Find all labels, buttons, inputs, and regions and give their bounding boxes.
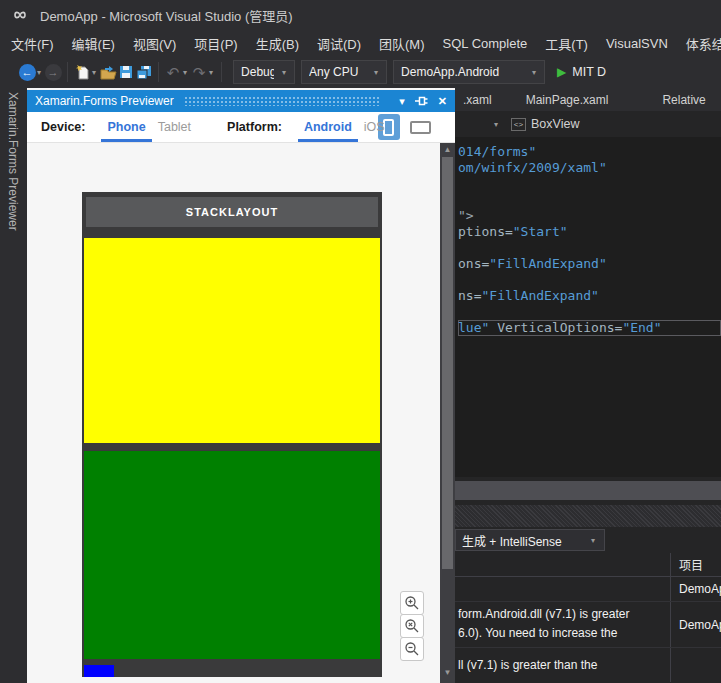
play-icon: ▶ bbox=[557, 65, 566, 79]
main-area: Xamarin.Forms Previewer Xamarin.Forms Pr… bbox=[0, 88, 721, 683]
window-title: DemoApp - Microsoft Visual Studio (管理员) bbox=[40, 6, 293, 25]
phone-bottom-area bbox=[84, 659, 380, 677]
close-icon[interactable]: ✕ bbox=[438, 95, 447, 108]
menu-bar: 文件(F) 编辑(E) 视图(V) 项目(P) 生成(B) 调试(D) 团队(M… bbox=[0, 30, 721, 56]
platform-option-android[interactable]: Android bbox=[298, 112, 358, 142]
save-floppy-icon bbox=[119, 65, 133, 79]
error-row[interactable]: ll (v7.1) is greater than the bbox=[455, 648, 721, 682]
menu-file[interactable]: 文件(F) bbox=[2, 30, 63, 57]
left-dock-strip: Xamarin.Forms Previewer bbox=[0, 88, 27, 683]
title-bar: DemoApp - Microsoft Visual Studio (管理员) bbox=[0, 0, 721, 30]
platform-label: Platform: bbox=[227, 120, 282, 134]
code-line bbox=[458, 192, 721, 208]
open-folder-icon bbox=[100, 65, 117, 80]
scrollbar-thumb[interactable] bbox=[442, 157, 453, 569]
code-line: ptions="Start" bbox=[458, 224, 721, 240]
chevron-down-icon: ▾ bbox=[532, 68, 536, 77]
element-tag-icon: <> bbox=[511, 118, 526, 131]
startup-project-dropdown[interactable]: DemoApp.Android ▾ bbox=[393, 60, 545, 84]
new-file-dropdown-caret-icon[interactable]: ▾ bbox=[92, 68, 96, 77]
menu-team[interactable]: 团队(M) bbox=[370, 30, 434, 57]
navigate-back-button[interactable]: ← bbox=[18, 60, 36, 84]
type-dropdown[interactable]: ▾ bbox=[455, 120, 501, 129]
standard-toolbar: ← ▾ → ▾ bbox=[0, 56, 721, 88]
menu-tools[interactable]: 工具(T) bbox=[536, 30, 597, 57]
preview-canvas: STACKLAYOUT bbox=[27, 143, 440, 683]
boxview-gap bbox=[84, 443, 380, 451]
zoom-out-button[interactable] bbox=[400, 637, 424, 661]
chevron-down-icon: ▾ bbox=[494, 120, 498, 129]
zoom-out-icon bbox=[404, 641, 420, 657]
pin-icon[interactable] bbox=[415, 95, 428, 107]
error-filter-dropdown[interactable]: 生成 + IntelliSense ▾ bbox=[455, 529, 605, 551]
device-option-tablet[interactable]: Tablet bbox=[152, 112, 197, 142]
undo-button[interactable]: ↶ bbox=[164, 60, 182, 84]
phone-preview: STACKLAYOUT bbox=[82, 192, 382, 677]
error-row[interactable]: form.Android.dll (v7.1) is greater6.0). … bbox=[455, 602, 721, 648]
phone-status-area: STACKLAYOUT bbox=[84, 192, 380, 238]
device-label: Device: bbox=[41, 120, 85, 134]
menu-debug[interactable]: 调试(D) bbox=[308, 30, 370, 57]
project-column-header: 项目 bbox=[670, 553, 721, 576]
open-file-button[interactable] bbox=[99, 60, 117, 84]
menu-edit[interactable]: 编辑(E) bbox=[63, 30, 124, 57]
redo-dropdown-caret-icon[interactable]: ▾ bbox=[209, 68, 213, 77]
platform-option-ios[interactable]: iOS bbox=[358, 112, 391, 142]
chevron-down-icon: ▾ bbox=[591, 536, 595, 545]
menu-visualsvn[interactable]: VisualSVN bbox=[597, 32, 677, 55]
blue-boxview bbox=[84, 665, 114, 677]
previewer-title: Xamarin.Forms Previewer bbox=[35, 94, 174, 108]
error-list-header-row[interactable]: 项目 bbox=[455, 553, 721, 577]
zoom-fit-button[interactable] bbox=[400, 614, 424, 638]
previewer-dock-tab[interactable]: Xamarin.Forms Previewer bbox=[6, 88, 20, 231]
member-dropdown[interactable]: BoxView bbox=[531, 117, 579, 131]
description-column-header bbox=[455, 553, 670, 576]
navigate-forward-button[interactable]: → bbox=[44, 60, 62, 84]
tab-relative[interactable]: Relative bbox=[656, 89, 711, 111]
menu-project[interactable]: 项目(P) bbox=[185, 30, 246, 57]
scroll-up-arrow-icon[interactable]: ▲ bbox=[440, 145, 455, 154]
document-tab-strip: .xaml MainPage.xaml Relative bbox=[455, 88, 721, 111]
redo-icon: ↷ bbox=[193, 65, 206, 80]
scrollbar-thumb[interactable] bbox=[455, 481, 721, 500]
code-line: ns="FillAndExpand" bbox=[458, 288, 721, 304]
forward-arrow-icon: → bbox=[45, 64, 62, 81]
code-line bbox=[458, 272, 721, 288]
redo-button[interactable]: ↷ bbox=[190, 60, 208, 84]
zoom-in-icon bbox=[404, 595, 420, 611]
menu-architecture[interactable]: 体系结构 bbox=[677, 30, 721, 57]
orientation-landscape-button[interactable] bbox=[410, 121, 431, 134]
toolbar-separator bbox=[158, 62, 159, 82]
back-dropdown-caret-icon[interactable]: ▾ bbox=[37, 68, 41, 77]
menu-build[interactable]: 生成(B) bbox=[247, 30, 308, 57]
editor-navigation-bar: ▾ <> BoxView bbox=[455, 111, 721, 137]
save-button[interactable] bbox=[117, 60, 135, 84]
zoom-fit-icon bbox=[404, 618, 420, 634]
window-position-chevron-icon[interactable]: ▾ bbox=[399, 95, 405, 108]
start-debug-button[interactable]: ▶ MIT D bbox=[557, 65, 606, 79]
code-line: ons="FillAndExpand" bbox=[458, 256, 721, 272]
solution-platform-dropdown[interactable]: Any CPU ▾ bbox=[301, 60, 387, 84]
error-row[interactable]: DemoApp bbox=[455, 577, 721, 602]
green-boxview bbox=[84, 451, 380, 659]
undo-dropdown-caret-icon[interactable]: ▾ bbox=[183, 68, 187, 77]
xaml-code-editor[interactable]: 014/forms" om/winfx/2009/xaml" "> ptions… bbox=[455, 137, 721, 477]
device-option-phone[interactable]: Phone bbox=[101, 112, 151, 142]
code-line bbox=[458, 240, 721, 256]
error-list-title-bar[interactable] bbox=[455, 505, 721, 527]
preview-zoom-controls bbox=[400, 592, 424, 661]
tab-xaml[interactable]: .xaml bbox=[457, 89, 498, 111]
editor-horizontal-scrollbar[interactable] bbox=[455, 477, 721, 505]
zoom-in-button[interactable] bbox=[400, 591, 424, 615]
scroll-down-arrow-icon[interactable]: ▼ bbox=[440, 668, 455, 677]
solution-config-dropdown[interactable]: Debug ▾ bbox=[233, 60, 295, 84]
previewer-vertical-scrollbar[interactable]: ▲ ▼ bbox=[440, 143, 455, 683]
previewer-title-bar[interactable]: Xamarin.Forms Previewer ▾ ✕ bbox=[27, 90, 455, 112]
toolbar-separator bbox=[221, 62, 222, 82]
page-title: STACKLAYOUT bbox=[186, 206, 278, 218]
new-file-button[interactable] bbox=[73, 60, 91, 84]
menu-sql-complete[interactable]: SQL Complete bbox=[434, 32, 537, 55]
tab-mainpage-xaml[interactable]: MainPage.xaml bbox=[520, 89, 615, 111]
save-all-button[interactable] bbox=[135, 60, 153, 84]
menu-view[interactable]: 视图(V) bbox=[124, 30, 185, 57]
